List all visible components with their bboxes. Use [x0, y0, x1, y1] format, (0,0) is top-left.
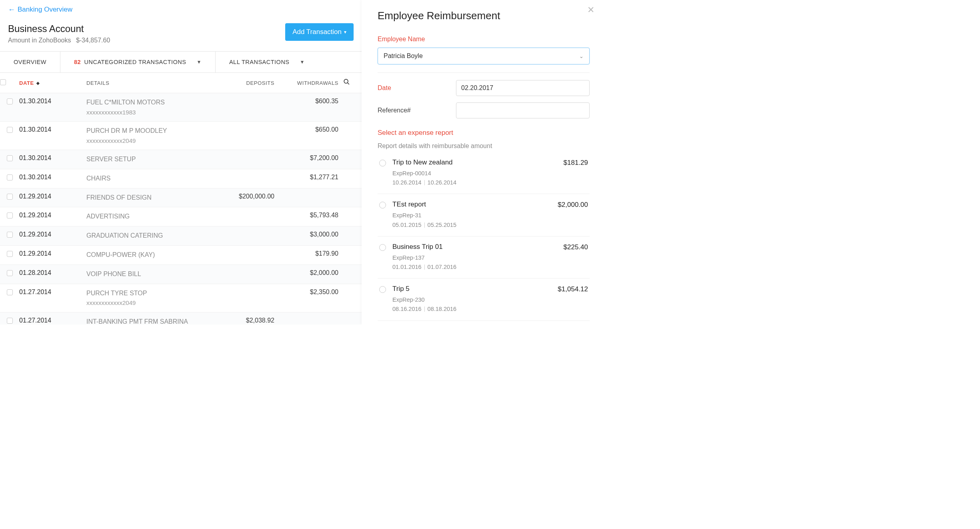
balance-label: Amount in ZohoBooks	[8, 37, 71, 44]
table-header: DATE ◆ DETAILS DEPOSITS WITHDRAWALS	[0, 73, 362, 93]
tab-overview-label: OVERVIEW	[14, 59, 46, 65]
caret-down-icon[interactable]: ▼	[300, 59, 305, 65]
report-sub: ExpRep-13701.01.201601.07.2016	[392, 253, 557, 272]
row-details: FRIENDS OF DESIGN	[86, 193, 206, 203]
divider	[378, 72, 590, 73]
report-list: Trip to New zealandExpRep-0001410.26.201…	[378, 152, 590, 321]
add-transaction-button[interactable]: Add Transaction ▾	[285, 23, 354, 41]
column-date[interactable]: DATE ◆	[19, 80, 86, 86]
table-row[interactable]: 01.29.2014COMPU-POWER (KAY)$179.90	[0, 246, 362, 265]
report-amount: $1,054.12	[558, 285, 588, 293]
caret-down-icon[interactable]: ▼	[197, 59, 202, 65]
table-row[interactable]: 01.30.2014FUEL C*MILTON MOTORSxxxxxxxxxx…	[0, 93, 362, 122]
row-checkbox[interactable]	[0, 231, 19, 238]
column-details[interactable]: DETAILS	[86, 80, 206, 86]
row-checkbox[interactable]	[0, 250, 19, 257]
employee-name-label: Employee Name	[378, 36, 590, 43]
row-details: CHAIRS	[86, 174, 206, 184]
row-deposits: $200,000.00	[206, 193, 274, 200]
table-body: 01.30.2014FUEL C*MILTON MOTORSxxxxxxxxxx…	[0, 93, 362, 325]
row-details: INT-BANKING PMT FRM SABRINA PRINT	[86, 317, 206, 325]
table-row[interactable]: 01.27.2014INT-BANKING PMT FRM SABRINA PR…	[0, 313, 362, 325]
tab-all-transactions[interactable]: ALL TRANSACTIONS ▼	[216, 52, 318, 72]
caret-down-icon: ▾	[344, 29, 346, 35]
row-withdrawals: $179.90	[274, 250, 338, 257]
breadcrumb-link[interactable]: Banking Overview	[18, 6, 72, 14]
search-icon[interactable]	[338, 78, 354, 87]
sort-icon: ◆	[36, 81, 40, 85]
row-checkbox[interactable]	[0, 154, 19, 161]
table-row[interactable]: 01.30.2014SERVER SETUP$7,200.00	[0, 150, 362, 169]
reference-input[interactable]	[456, 102, 590, 118]
report-title: Business Trip 01	[392, 243, 557, 251]
row-checkbox[interactable]	[0, 126, 19, 133]
report-item[interactable]: Trip 5ExpRep-23008.16.201608.18.2016$1,0…	[378, 279, 590, 321]
employee-select[interactable]: Patricia Boyle ⌄	[378, 48, 590, 64]
report-item[interactable]: Business Trip 01ExpRep-13701.01.201601.0…	[378, 236, 590, 279]
report-amount: $2,000.00	[558, 200, 588, 209]
uncategorized-count: 82	[74, 59, 81, 65]
reference-label: Reference#	[378, 107, 456, 114]
row-checkbox[interactable]	[0, 174, 19, 180]
report-radio[interactable]	[379, 244, 386, 251]
row-details: PURCH TYRE STOPxxxxxxxxxxxx2049	[86, 289, 206, 308]
row-details: COMPU-POWER (KAY)	[86, 250, 206, 260]
table-row[interactable]: 01.29.2014GRADUATION CATERING$3,000.00	[0, 226, 362, 246]
table-row[interactable]: 01.30.2014PURCH DR M P MOODLEYxxxxxxxxxx…	[0, 122, 362, 150]
reimbursement-panel: ✕ Employee Reimbursement Employee Name P…	[362, 0, 600, 325]
select-expense-report-label: Select an expense report	[378, 129, 590, 137]
account-balance-line: Amount in ZohoBooks $-34,857.60	[8, 37, 110, 44]
table-row[interactable]: 01.29.2014FRIENDS OF DESIGN$200,000.00	[0, 188, 362, 208]
row-date: 01.30.2014	[19, 174, 86, 181]
row-checkbox[interactable]	[0, 193, 19, 200]
row-checkbox[interactable]	[0, 289, 19, 295]
report-sub: ExpRep-23008.16.201608.18.2016	[392, 295, 551, 314]
row-withdrawals: $7,200.00	[274, 154, 338, 162]
row-checkbox[interactable]	[0, 317, 19, 324]
transactions-pane: ← Banking Overview Business Account Amou…	[0, 0, 362, 325]
table-row[interactable]: 01.29.2014ADVERTISING$5,793.48	[0, 207, 362, 226]
row-details: SERVER SETUP	[86, 154, 206, 164]
breadcrumb[interactable]: ← Banking Overview	[0, 0, 362, 17]
tab-bar: OVERVIEW 82 UNCATEGORIZED TRANSACTIONS ▼…	[0, 51, 362, 73]
row-date: 01.30.2014	[19, 154, 86, 162]
row-date: 01.28.2014	[19, 269, 86, 277]
report-item[interactable]: TEst reportExpRep-3105.01.201505.25.2015…	[378, 194, 590, 236]
row-date: 01.29.2014	[19, 250, 86, 257]
row-checkbox[interactable]	[0, 269, 19, 276]
row-date: 01.29.2014	[19, 231, 86, 238]
report-radio[interactable]	[379, 286, 386, 293]
table-row[interactable]: 01.27.2014PURCH TYRE STOPxxxxxxxxxxxx204…	[0, 284, 362, 313]
row-details: VOIP PHONE BILL	[86, 269, 206, 279]
column-deposits[interactable]: DEPOSITS	[206, 80, 274, 86]
table-row[interactable]: 01.28.2014VOIP PHONE BILL$2,000.00	[0, 265, 362, 284]
row-withdrawals: $2,000.00	[274, 269, 338, 277]
row-date: 01.27.2014	[19, 289, 86, 296]
row-date: 01.29.2014	[19, 212, 86, 219]
report-title: TEst report	[392, 200, 551, 208]
column-withdrawals[interactable]: WITHDRAWALS	[274, 80, 338, 86]
close-icon[interactable]: ✕	[587, 5, 594, 15]
tab-uncategorized-label: UNCATEGORIZED TRANSACTIONS	[84, 59, 186, 65]
row-date: 01.29.2014	[19, 193, 86, 200]
row-withdrawals: $5,793.48	[274, 212, 338, 219]
row-checkbox[interactable]	[0, 212, 19, 218]
employee-select-value: Patricia Boyle	[384, 52, 423, 60]
report-sub: ExpRep-0001410.26.201410.26.2014	[392, 169, 557, 187]
report-radio[interactable]	[379, 160, 386, 166]
row-checkbox[interactable]	[0, 98, 19, 104]
select-all-checkbox[interactable]	[0, 79, 19, 86]
report-item[interactable]: Trip to New zealandExpRep-0001410.26.201…	[378, 152, 590, 194]
report-sub: ExpRep-3105.01.201505.25.2015	[392, 211, 551, 229]
row-date: 01.30.2014	[19, 98, 86, 105]
tab-uncategorized[interactable]: 82 UNCATEGORIZED TRANSACTIONS ▼	[60, 52, 216, 72]
tab-all-label: ALL TRANSACTIONS	[229, 59, 290, 65]
report-details-label: Report details with reimbursable amount	[378, 142, 590, 150]
table-row[interactable]: 01.30.2014CHAIRS$1,277.21	[0, 169, 362, 188]
date-label: Date	[378, 84, 456, 92]
date-input[interactable]	[456, 80, 590, 96]
report-radio[interactable]	[379, 202, 386, 208]
tab-overview[interactable]: OVERVIEW	[0, 52, 60, 72]
row-withdrawals: $600.35	[274, 98, 338, 105]
row-details: GRADUATION CATERING	[86, 231, 206, 241]
